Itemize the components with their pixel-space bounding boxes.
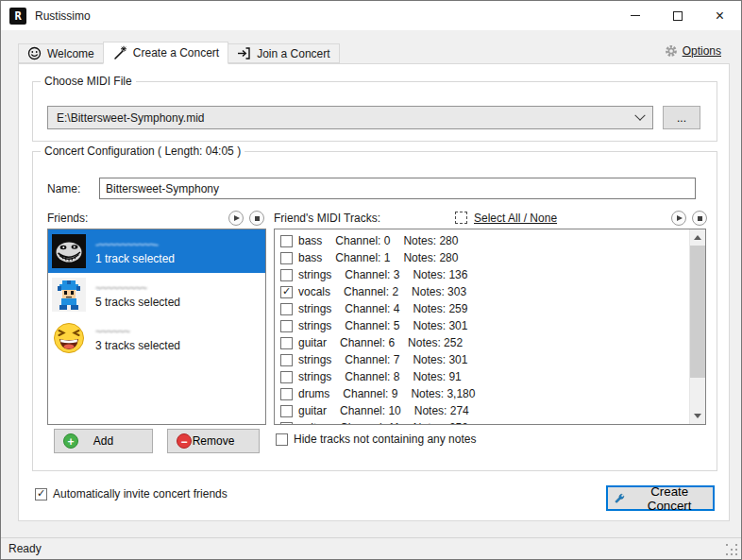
track-channel: Channel: 5 [345, 319, 399, 332]
track-checkbox[interactable] [280, 235, 293, 247]
name-label: Name: [47, 182, 80, 195]
track-checkbox[interactable] [280, 320, 293, 332]
scrollbar-thumb[interactable] [690, 246, 706, 378]
tracks-play-button[interactable] [671, 211, 686, 226]
track-checkbox[interactable] [280, 303, 293, 315]
track-channel: Channel: 11 [340, 421, 400, 425]
remove-button[interactable]: − Remove [167, 429, 260, 453]
smiley-icon [27, 46, 42, 60]
friend-row[interactable]: ~~~~~~~~~ 5 tracks selected [48, 273, 265, 316]
track-channel: Channel: 4 [345, 302, 399, 315]
track-checkbox[interactable] [280, 371, 293, 383]
app-window: R Rustissimo × Welcome Create [0, 0, 742, 560]
remove-minus-icon: − [177, 433, 192, 449]
track-instrument: bass [298, 234, 322, 247]
track-row[interactable]: guitar Channel: 10 Notes: 274 [275, 402, 689, 419]
track-instrument: strings [298, 353, 331, 366]
track-channel: Channel: 6 [340, 336, 395, 349]
chevron-down-icon [634, 110, 645, 120]
friends-stop-button[interactable] [249, 211, 264, 226]
select-all-checkbox-icon[interactable] [455, 212, 467, 224]
track-notes: Notes: 252 [413, 421, 468, 425]
tab-strip: Welcome Create a Concert Join a Concert [18, 42, 339, 63]
friends-midi-tracks-label: Friend's MIDI Tracks: [274, 212, 380, 225]
tracks-stop-button[interactable] [692, 211, 707, 226]
track-checkbox[interactable] [280, 337, 293, 349]
close-button[interactable]: × [699, 1, 741, 30]
hide-tracks-checkbox-row[interactable]: Hide tracks not containing any notes [276, 433, 476, 446]
gear-icon [665, 44, 678, 58]
tab-label: Welcome [47, 47, 94, 60]
auto-invite-label: Automatically invite concert friends [53, 487, 228, 501]
midi-file-combobox[interactable]: E:\Bittersweet-Symphony.mid [47, 106, 653, 129]
stop-icon [698, 216, 702, 221]
track-row[interactable]: bass Channel: 0 Notes: 280 [275, 232, 689, 249]
select-all-none-link[interactable]: Select All / None [474, 212, 557, 225]
track-row[interactable]: vocals Channel: 2 Notes: 303 [275, 283, 689, 300]
tab-label: Create a Concert [133, 46, 219, 59]
track-checkbox[interactable] [280, 388, 293, 400]
track-row[interactable]: strings Channel: 4 Notes: 259 [275, 300, 689, 317]
friend-status: 1 track selected [95, 253, 175, 264]
track-row[interactable]: strings Channel: 5 Notes: 301 [275, 317, 689, 334]
track-notes: Notes: 136 [413, 268, 467, 281]
track-row[interactable]: guitar Channel: 11 Notes: 252 [275, 419, 689, 425]
minimize-icon [631, 15, 640, 16]
group-label: Choose MIDI File [41, 75, 136, 88]
track-instrument: bass [298, 251, 322, 264]
tracks-list: bass Channel: 0 Notes: 280 bass Channel:… [274, 229, 706, 425]
track-instrument: guitar [298, 404, 327, 417]
create-concert-button[interactable]: Create Concert [606, 485, 715, 511]
track-row[interactable]: strings Channel: 8 Notes: 91 [275, 368, 689, 385]
auto-invite-checkbox-row[interactable]: Automatically invite concert friends [35, 487, 228, 501]
track-instrument: guitar [298, 421, 327, 425]
play-icon [234, 215, 240, 221]
track-checkbox[interactable] [280, 354, 293, 366]
hide-tracks-checkbox[interactable] [276, 433, 288, 446]
tracks-scrollbar[interactable] [689, 229, 705, 424]
track-notes: Notes: 280 [403, 234, 458, 247]
friend-name-redacted: ~~~~~~~~~ [95, 282, 180, 294]
scroll-up-icon[interactable] [690, 229, 706, 246]
tab-welcome[interactable]: Welcome [18, 43, 104, 63]
maximize-button[interactable] [656, 1, 699, 30]
track-row[interactable]: bass Channel: 1 Notes: 280 [275, 249, 689, 266]
track-instrument: guitar [298, 336, 327, 349]
create-concert-label: Create Concert [632, 484, 707, 513]
remove-label: Remove [193, 434, 235, 448]
track-channel: Channel: 0 [335, 234, 390, 247]
track-row[interactable]: strings Channel: 7 Notes: 301 [275, 351, 689, 368]
track-row[interactable]: strings Channel: 3 Notes: 136 [275, 266, 689, 283]
tab-join-a-concert[interactable]: Join a Concert [228, 43, 339, 63]
resize-grip-icon[interactable] [726, 544, 737, 555]
track-notes: Notes: 252 [408, 336, 463, 349]
track-checkbox[interactable] [280, 422, 293, 426]
track-notes: Notes: 301 [413, 319, 467, 332]
browse-button[interactable]: ... [663, 106, 700, 129]
track-channel: Channel: 9 [343, 387, 397, 400]
megaman-avatar [52, 278, 86, 312]
track-checkbox[interactable] [280, 286, 293, 298]
track-checkbox[interactable] [280, 269, 293, 281]
track-channel: Channel: 8 [345, 370, 399, 383]
friend-row[interactable]: ~~~~~~ 3 tracks selected [48, 316, 265, 360]
tab-create-a-concert[interactable]: Create a Concert [103, 42, 228, 64]
stop-icon [255, 216, 260, 221]
track-notes: Notes: 303 [412, 285, 466, 298]
track-checkbox[interactable] [280, 252, 293, 264]
friend-row[interactable]: -~~~~~~~~~~- 1 track selected [48, 229, 265, 273]
track-row[interactable]: guitar Channel: 6 Notes: 252 [275, 334, 689, 351]
add-button[interactable]: + Add [54, 429, 153, 453]
track-notes: Notes: 259 [413, 302, 467, 315]
scroll-down-icon[interactable] [690, 408, 706, 424]
track-instrument: drums [298, 387, 329, 400]
minimize-button[interactable] [614, 1, 656, 30]
options-link[interactable]: Options [665, 44, 721, 58]
friends-play-button[interactable] [228, 211, 244, 226]
track-instrument: strings [298, 268, 331, 281]
track-channel: Channel: 2 [344, 285, 398, 298]
auto-invite-checkbox[interactable] [35, 488, 47, 501]
concert-name-input[interactable] [99, 178, 696, 199]
track-row[interactable]: drums Channel: 9 Notes: 3,180 [275, 385, 689, 402]
track-checkbox[interactable] [280, 405, 293, 417]
